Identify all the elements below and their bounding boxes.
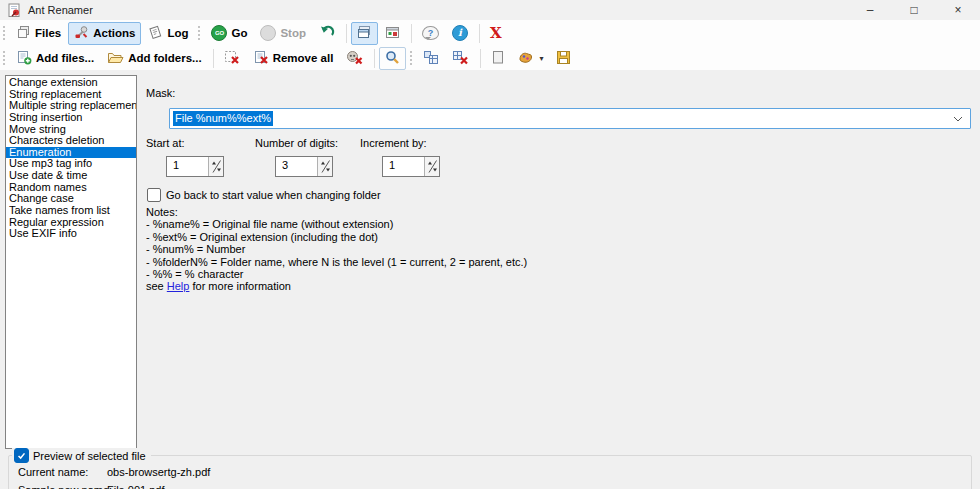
help-icon: ? bbox=[422, 26, 439, 40]
close-button[interactable]: × bbox=[936, 0, 980, 20]
preview-checkbox[interactable]: Preview of selected file bbox=[12, 448, 151, 463]
toolbar-grip[interactable] bbox=[2, 24, 7, 42]
select-all-button[interactable] bbox=[417, 47, 445, 70]
deselect-windows-icon bbox=[452, 50, 469, 67]
preview-toggle-button[interactable] bbox=[379, 47, 406, 70]
toolbar-separator bbox=[213, 49, 214, 68]
digits-value[interactable]: 3 bbox=[276, 157, 317, 176]
toolbar-separator bbox=[480, 49, 481, 68]
chevron-down-icon[interactable] bbox=[953, 116, 963, 122]
window-controls: – □ × bbox=[848, 0, 980, 20]
show-folders-toggle-button[interactable] bbox=[351, 22, 378, 45]
undo-button[interactable] bbox=[313, 22, 341, 45]
add-folders-icon bbox=[107, 50, 124, 67]
list-item[interactable]: Take names from list bbox=[6, 205, 136, 217]
digits-spinner[interactable]: 3 bbox=[275, 156, 333, 177]
increment-label: Increment by: bbox=[360, 137, 427, 149]
about-icon: i bbox=[452, 25, 468, 41]
stop-icon bbox=[260, 25, 276, 41]
select-windows-icon bbox=[423, 50, 439, 67]
stop-button: Stop bbox=[254, 22, 312, 44]
actions-icon bbox=[74, 25, 89, 42]
help-link[interactable]: Help bbox=[167, 280, 190, 292]
start-at-spinner[interactable]: 1 bbox=[166, 156, 224, 177]
clear-list-icon bbox=[346, 50, 363, 67]
spinner-updown-icon[interactable] bbox=[424, 157, 439, 176]
undo-icon bbox=[319, 25, 335, 42]
files-tab-button[interactable]: Files bbox=[10, 22, 67, 45]
note-line: - %% = % character bbox=[146, 268, 527, 280]
list-item[interactable]: Use EXIF info bbox=[6, 228, 136, 240]
restart-on-folder-checkbox[interactable]: Go back to start value when changing fol… bbox=[147, 188, 381, 202]
note-line: - %ext% = Original extension (including … bbox=[146, 231, 527, 243]
spinner-updown-icon[interactable] bbox=[208, 157, 223, 176]
toolbar-separator bbox=[374, 49, 375, 68]
files-icon bbox=[16, 25, 31, 42]
spinner-updown-icon[interactable] bbox=[317, 157, 332, 176]
toolbar-separator bbox=[346, 24, 347, 43]
mask-combobox[interactable]: File %num%%ext% bbox=[169, 108, 971, 129]
magnifier-icon bbox=[385, 50, 400, 67]
options-icon bbox=[385, 25, 400, 42]
palette-icon bbox=[518, 50, 534, 67]
remove-selected-button[interactable] bbox=[218, 47, 246, 70]
add-folders-button[interactable]: Add folders... bbox=[101, 47, 207, 70]
preview-checkbox-label: Preview of selected file bbox=[33, 450, 146, 462]
app-icon[interactable] bbox=[7, 3, 22, 18]
content-area: Change extension String replacement Mult… bbox=[0, 70, 980, 489]
list-item[interactable]: Change extension bbox=[6, 77, 136, 89]
exit-button[interactable]: X bbox=[484, 23, 508, 43]
files-toolbar: Add files... Add folders... Remove all bbox=[0, 46, 980, 71]
sample-new-name-label: Sample new name: bbox=[18, 484, 112, 489]
about-button[interactable]: i bbox=[446, 22, 474, 44]
palette-dropdown-button[interactable]: ▾ bbox=[512, 47, 549, 70]
title-bar[interactable]: Ant Renamer – □ × bbox=[0, 0, 980, 20]
start-at-label: Start at: bbox=[146, 137, 185, 149]
show-folders-icon bbox=[357, 25, 372, 42]
window-title: Ant Renamer bbox=[28, 4, 93, 16]
increment-value[interactable]: 1 bbox=[383, 157, 424, 176]
mask-label: Mask: bbox=[146, 87, 175, 99]
sample-new-name-value: File 001.pdf bbox=[107, 484, 164, 489]
chevron-down-icon: ▾ bbox=[539, 54, 543, 63]
remove-all-button[interactable]: Remove all bbox=[247, 47, 340, 70]
clear-list-button[interactable] bbox=[340, 47, 369, 70]
save-floppy-icon bbox=[556, 50, 571, 67]
exit-icon: X bbox=[490, 26, 502, 40]
help-button[interactable]: ? bbox=[416, 23, 445, 43]
go-icon: GO bbox=[211, 25, 227, 41]
add-files-button[interactable]: Add files... bbox=[10, 47, 100, 70]
start-at-value[interactable]: 1 bbox=[167, 157, 208, 176]
toolbar-separator bbox=[479, 24, 480, 43]
go-button[interactable]: GO Go bbox=[205, 22, 253, 44]
digits-label: Number of digits: bbox=[255, 137, 338, 149]
increment-spinner[interactable]: 1 bbox=[382, 156, 440, 177]
toolbar-grip[interactable] bbox=[2, 49, 7, 67]
maximize-button[interactable]: □ bbox=[892, 0, 936, 20]
remove-all-icon bbox=[253, 50, 269, 67]
add-files-icon bbox=[16, 50, 32, 67]
options-button[interactable] bbox=[379, 22, 406, 45]
help-line: see Help for more information bbox=[146, 280, 527, 292]
notes-block: Notes: - %name% = Original file name (wi… bbox=[146, 206, 527, 293]
save-list-button[interactable] bbox=[550, 47, 577, 70]
main-toolbar: Files Actions Log GO Go Stop bbox=[0, 20, 980, 47]
deselect-all-button[interactable] bbox=[446, 47, 475, 70]
blank-page-icon bbox=[491, 50, 505, 67]
actions-tab-button[interactable]: Actions bbox=[68, 22, 141, 45]
list-item[interactable]: String insertion bbox=[6, 112, 136, 124]
toolbar-separator bbox=[411, 24, 412, 43]
checkbox-box bbox=[147, 188, 161, 202]
remove-selected-icon bbox=[224, 50, 240, 67]
toolbar-grip[interactable] bbox=[197, 24, 202, 42]
mask-value-selected: File %num%%ext% bbox=[173, 111, 273, 126]
new-list-button[interactable] bbox=[485, 47, 511, 70]
actions-listbox[interactable]: Change extension String replacement Mult… bbox=[5, 75, 137, 449]
log-tab-button[interactable]: Log bbox=[142, 22, 194, 45]
note-line: - %num% = Number bbox=[146, 243, 527, 255]
current-name-value: obs-browsertg-zh.pdf bbox=[107, 466, 210, 478]
checkbox-label: Go back to start value when changing fol… bbox=[166, 189, 381, 201]
note-line: - %folderN% = Folder name, where N is th… bbox=[146, 256, 527, 268]
minimize-button[interactable]: – bbox=[848, 0, 892, 20]
toolbar-grip[interactable] bbox=[409, 49, 414, 67]
